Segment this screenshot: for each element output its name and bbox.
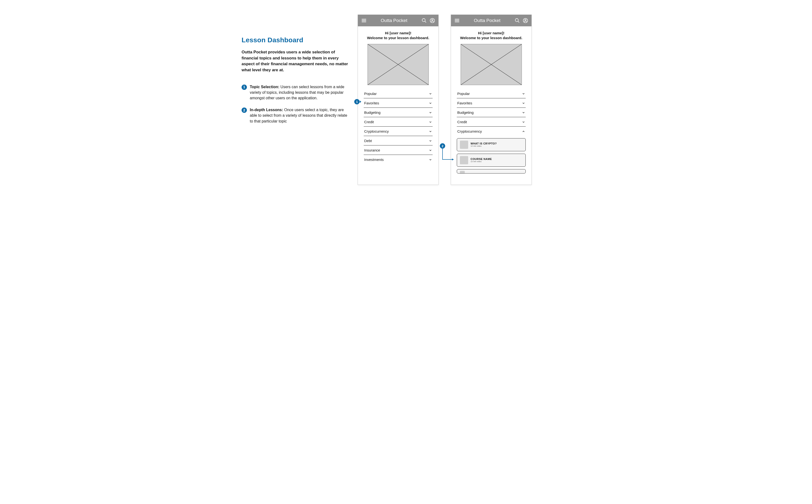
topic-row-budgeting[interactable]: Budgeting bbox=[364, 108, 433, 117]
welcome-text: Hi [user name]! Welcome to your lesson d… bbox=[451, 26, 531, 43]
topic-label: Debt bbox=[364, 139, 372, 143]
welcome-line-1: Hi [user name]! bbox=[364, 31, 433, 36]
phone-mock-expanded: Outta Pocket Hi [user name]! Welcome to … bbox=[451, 14, 532, 185]
lesson-title: COURSE NAME bbox=[471, 158, 492, 161]
hamburger-menu-icon[interactable] bbox=[454, 18, 460, 23]
callout-badge-1: 1 bbox=[242, 85, 247, 90]
svg-point-12 bbox=[515, 19, 518, 22]
chevron-up-icon bbox=[522, 130, 525, 133]
callout-label: In-depth Lessons: bbox=[250, 108, 283, 112]
profile-icon[interactable] bbox=[523, 18, 528, 23]
lesson-subtitle: 12 min video bbox=[471, 145, 497, 147]
topic-row-credit[interactable]: Credit bbox=[457, 117, 526, 127]
topic-label: Favorites bbox=[364, 101, 379, 105]
topic-row-debt[interactable]: Debt bbox=[364, 136, 433, 145]
section-description: Outta Pocket provides users a wide selec… bbox=[242, 49, 350, 73]
phone-mock-collapsed: Outta Pocket Hi [user name]! Welcome to … bbox=[358, 14, 439, 185]
lesson-subtitle: 12 min video bbox=[471, 161, 492, 163]
welcome-line-2: Welcome to your lesson dashboard. bbox=[457, 36, 526, 40]
annotation-marker-2: 2 bbox=[440, 143, 445, 149]
svg-point-6 bbox=[432, 19, 433, 21]
search-icon[interactable] bbox=[421, 18, 427, 23]
lesson-thumbnail-placeholder bbox=[460, 156, 468, 164]
lesson-card-course-name[interactable]: COURSE NAME 12 min video bbox=[457, 154, 526, 167]
profile-icon[interactable] bbox=[430, 18, 435, 23]
topic-label: Favorites bbox=[457, 101, 472, 105]
topic-label: Popular bbox=[364, 92, 377, 96]
topic-row-budgeting[interactable]: Budgeting bbox=[457, 108, 526, 117]
welcome-line-2: Welcome to your lesson dashboard. bbox=[364, 36, 433, 40]
topic-list: Popular Favorites Budgeting Credit Crypt… bbox=[451, 89, 531, 175]
annotation-marker-label: 2 bbox=[442, 144, 443, 148]
lesson-title: WHAT IS CRYPTO? bbox=[471, 142, 497, 145]
app-bar: Outta Pocket bbox=[358, 15, 438, 26]
chevron-down-icon bbox=[429, 92, 432, 95]
chevron-down-icon bbox=[429, 158, 432, 161]
callout-badge-2: 2 bbox=[242, 108, 247, 113]
lesson-card-what-is-crypto[interactable]: WHAT IS CRYPTO? 12 min video bbox=[457, 138, 526, 151]
app-title: Outta Pocket bbox=[474, 18, 500, 23]
chevron-down-icon bbox=[522, 111, 525, 114]
topic-row-investments[interactable]: Investments bbox=[364, 155, 433, 164]
topic-label: Budgeting bbox=[364, 110, 381, 115]
lesson-card-partial[interactable] bbox=[457, 169, 526, 173]
hamburger-menu-icon[interactable] bbox=[361, 18, 367, 23]
welcome-text: Hi [user name]! Welcome to your lesson d… bbox=[358, 26, 438, 43]
section-title: Lesson Dashboard bbox=[242, 36, 350, 44]
topic-row-popular[interactable]: Popular bbox=[364, 89, 433, 98]
chevron-down-icon bbox=[429, 149, 432, 152]
svg-point-15 bbox=[525, 19, 526, 21]
callout-in-depth-lessons: 2 In-depth Lessons: Once users select a … bbox=[242, 107, 350, 124]
topic-row-favorites[interactable]: Favorites bbox=[457, 98, 526, 108]
topic-label: Insurance bbox=[364, 148, 380, 152]
welcome-line-1: Hi [user name]! bbox=[457, 31, 526, 36]
topic-label: Popular bbox=[457, 92, 470, 96]
topic-list: Popular Favorites Budgeting Credit Crypt… bbox=[358, 89, 438, 164]
chevron-down-icon bbox=[429, 120, 432, 124]
lesson-thumbnail-placeholder bbox=[460, 141, 468, 149]
annotation-marker-label: 1 bbox=[356, 100, 358, 104]
topic-row-popular[interactable]: Popular bbox=[457, 89, 526, 98]
svg-line-13 bbox=[518, 21, 519, 23]
explainer-column: Lesson Dashboard Outta Pocket provides u… bbox=[239, 14, 350, 130]
topic-row-insurance[interactable]: Insurance bbox=[364, 145, 433, 155]
topic-row-cryptocurrency-expanded[interactable]: Cryptocurrency bbox=[457, 127, 526, 136]
topic-label: Investments bbox=[364, 158, 384, 162]
chevron-down-icon bbox=[522, 92, 525, 95]
svg-point-3 bbox=[422, 19, 425, 22]
lesson-thumbnail-placeholder bbox=[460, 171, 465, 173]
callout-label: Topic Selection: bbox=[250, 85, 279, 89]
app-bar: Outta Pocket bbox=[451, 15, 531, 26]
hero-image-placeholder bbox=[368, 44, 429, 85]
chevron-down-icon bbox=[429, 111, 432, 114]
chevron-down-icon bbox=[429, 130, 432, 133]
topic-label: Cryptocurrency bbox=[364, 129, 389, 133]
topic-label: Cryptocurrency bbox=[457, 129, 482, 133]
topic-label: Credit bbox=[457, 120, 467, 124]
svg-line-4 bbox=[425, 21, 426, 23]
chevron-down-icon bbox=[522, 101, 525, 105]
chevron-down-icon bbox=[429, 101, 432, 105]
chevron-down-icon bbox=[429, 139, 432, 143]
mockups-area: 1 2 Outta Pocket bbox=[358, 14, 573, 185]
topic-label: Budgeting bbox=[457, 110, 474, 115]
app-title: Outta Pocket bbox=[381, 18, 407, 23]
search-icon[interactable] bbox=[514, 18, 520, 23]
topic-row-credit[interactable]: Credit bbox=[364, 117, 433, 127]
callout-topic-selection: 1 Topic Selection: Users can select less… bbox=[242, 84, 350, 101]
topic-label: Credit bbox=[364, 120, 374, 124]
topic-row-cryptocurrency[interactable]: Cryptocurrency bbox=[364, 127, 433, 136]
annotation-marker-1: 1 bbox=[354, 99, 360, 104]
callout-list: 1 Topic Selection: Users can select less… bbox=[242, 84, 350, 124]
chevron-down-icon bbox=[522, 120, 525, 124]
arrowhead-icon bbox=[360, 101, 361, 103]
topic-row-favorites[interactable]: Favorites bbox=[364, 98, 433, 108]
hero-image-placeholder bbox=[461, 44, 522, 85]
